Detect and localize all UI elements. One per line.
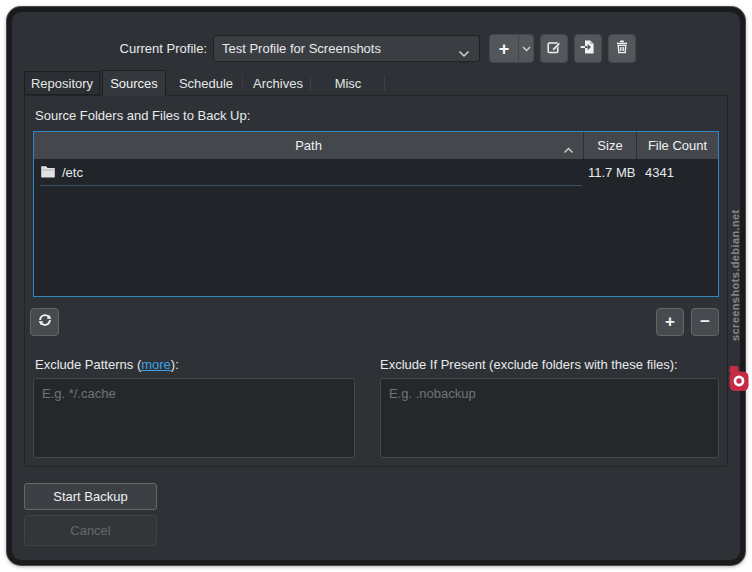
plus-icon[interactable]: +	[490, 35, 518, 62]
add-profile-menu-arrow[interactable]	[519, 35, 533, 62]
tab-misc-label: Misc	[335, 76, 362, 91]
row-path-cell: /etc	[34, 164, 584, 182]
tab-separator	[310, 75, 311, 91]
tab-archives-label: Archives	[253, 76, 303, 91]
column-header-size-label: Size	[597, 138, 622, 153]
tab-misc[interactable]: Misc	[314, 71, 382, 95]
column-header-path-label: Path	[295, 138, 322, 153]
column-header-path[interactable]: Path	[34, 132, 584, 159]
tab-sources-label: Sources	[110, 76, 158, 91]
trash-icon	[614, 39, 630, 59]
table-row[interactable]: /etc 11.7 MB 4341	[34, 159, 718, 186]
profile-combobox-value: Test Profile for Screenshots	[222, 41, 381, 56]
rename-profile-button[interactable]	[540, 34, 568, 63]
row-size-cell: 11.7 MB	[584, 165, 637, 180]
tab-schedule[interactable]: Schedule	[170, 71, 242, 95]
profile-combobox[interactable]: Test Profile for Screenshots	[213, 35, 480, 62]
tab-sources[interactable]: Sources	[102, 70, 166, 96]
start-backup-button[interactable]: Start Backup	[24, 483, 157, 510]
cancel-button: Cancel	[24, 515, 157, 546]
tab-separator	[384, 75, 385, 91]
chevron-down-icon	[458, 46, 470, 61]
watermark-text: screenshots.debian.net	[729, 182, 747, 368]
tab-separator	[242, 75, 243, 91]
row-path-value: /etc	[62, 165, 83, 180]
add-profile-split-button[interactable]: +	[489, 34, 534, 63]
column-header-file-count[interactable]: File Count	[637, 132, 718, 159]
source-folders-table[interactable]: Path Size File Count /etc	[33, 131, 719, 297]
sort-ascending-icon	[563, 142, 574, 157]
chevron-down-icon	[522, 46, 531, 52]
row-file-count-cell: 4341	[637, 165, 718, 180]
tab-archives[interactable]: Archives	[246, 71, 310, 95]
column-header-size[interactable]: Size	[584, 132, 637, 159]
camera-icon	[729, 365, 749, 396]
edit-icon	[546, 39, 562, 59]
folder-icon	[40, 164, 56, 182]
delete-profile-button[interactable]	[608, 34, 636, 63]
tab-repository[interactable]: Repository	[24, 71, 100, 95]
current-profile-label: Current Profile:	[60, 41, 207, 56]
export-profile-button[interactable]	[574, 34, 602, 63]
column-header-file-count-label: File Count	[648, 138, 707, 153]
tab-schedule-label: Schedule	[179, 76, 233, 91]
screenshot-page: Current Profile: Test Profile for Screen…	[0, 0, 752, 572]
table-header: Path Size File Count	[34, 132, 718, 159]
document-export-icon	[580, 39, 596, 59]
tab-repository-label: Repository	[31, 76, 93, 91]
row-underline	[40, 185, 582, 186]
